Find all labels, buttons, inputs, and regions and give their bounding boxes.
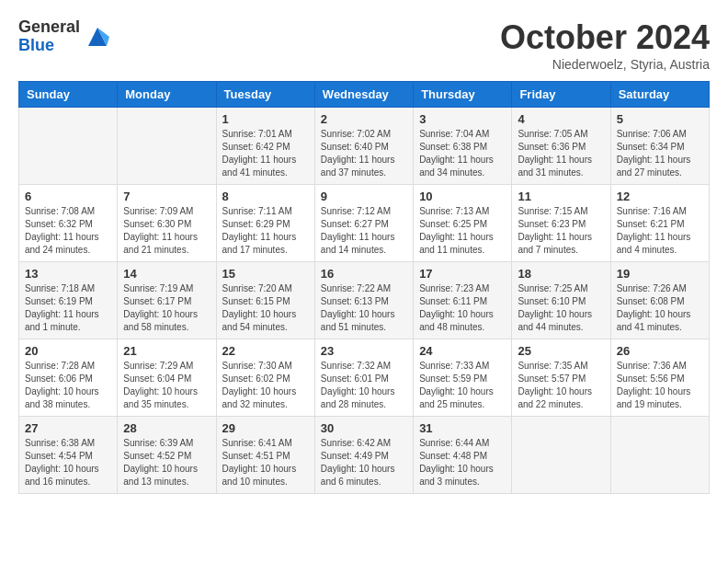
- header-saturday: Saturday: [610, 82, 709, 108]
- day-number: 6: [25, 190, 111, 203]
- day-number: 27: [25, 421, 111, 435]
- calendar-cell: 22Sunrise: 7:30 AM Sunset: 6:02 PM Dayli…: [216, 339, 314, 417]
- calendar-cell: 11Sunrise: 7:15 AM Sunset: 6:23 PM Dayli…: [512, 185, 610, 262]
- day-number: 9: [321, 190, 407, 203]
- calendar-week-row: 27Sunrise: 6:38 AM Sunset: 4:54 PM Dayli…: [19, 417, 710, 494]
- day-content: Sunrise: 7:29 AM Sunset: 6:04 PM Dayligh…: [123, 360, 210, 411]
- calendar-cell: 31Sunrise: 6:44 AM Sunset: 4:48 PM Dayli…: [414, 417, 512, 494]
- day-number: 16: [321, 267, 407, 281]
- day-number: 5: [617, 112, 703, 126]
- logo-icon: [84, 23, 111, 51]
- calendar-cell: 13Sunrise: 7:18 AM Sunset: 6:19 PM Dayli…: [19, 262, 118, 339]
- calendar-cell: [512, 417, 610, 494]
- header-thursday: Thursday: [414, 82, 512, 108]
- calendar-cell: [19, 108, 118, 185]
- day-content: Sunrise: 7:36 AM Sunset: 5:56 PM Dayligh…: [617, 360, 703, 411]
- calendar-cell: 10Sunrise: 7:13 AM Sunset: 6:25 PM Dayli…: [414, 185, 512, 262]
- day-content: Sunrise: 7:32 AM Sunset: 6:01 PM Dayligh…: [321, 360, 407, 411]
- day-number: 14: [123, 267, 210, 281]
- day-content: Sunrise: 6:44 AM Sunset: 4:48 PM Dayligh…: [419, 437, 506, 488]
- calendar-cell: 20Sunrise: 7:28 AM Sunset: 6:06 PM Dayli…: [19, 339, 118, 417]
- calendar-cell: 1Sunrise: 7:01 AM Sunset: 6:42 PM Daylig…: [216, 108, 314, 185]
- day-content: Sunrise: 7:25 AM Sunset: 6:10 PM Dayligh…: [518, 282, 604, 334]
- day-content: Sunrise: 7:04 AM Sunset: 6:38 PM Dayligh…: [419, 128, 506, 179]
- day-content: Sunrise: 6:39 AM Sunset: 4:52 PM Dayligh…: [123, 437, 210, 488]
- day-content: Sunrise: 7:26 AM Sunset: 6:08 PM Dayligh…: [617, 282, 703, 334]
- logo-general-text: General: [18, 18, 80, 37]
- calendar-cell: 15Sunrise: 7:20 AM Sunset: 6:15 PM Dayli…: [216, 262, 314, 339]
- calendar-cell: 8Sunrise: 7:11 AM Sunset: 6:29 PM Daylig…: [216, 185, 314, 262]
- day-content: Sunrise: 6:42 AM Sunset: 4:49 PM Dayligh…: [321, 437, 407, 488]
- calendar-cell: 23Sunrise: 7:32 AM Sunset: 6:01 PM Dayli…: [314, 339, 413, 417]
- day-number: 21: [123, 344, 210, 358]
- day-content: Sunrise: 7:20 AM Sunset: 6:15 PM Dayligh…: [222, 282, 309, 334]
- day-number: 15: [222, 267, 309, 281]
- day-number: 26: [617, 344, 703, 358]
- calendar-cell: 3Sunrise: 7:04 AM Sunset: 6:38 PM Daylig…: [414, 108, 512, 185]
- calendar-cell: 5Sunrise: 7:06 AM Sunset: 6:34 PM Daylig…: [610, 108, 709, 185]
- day-number: 25: [518, 344, 604, 358]
- calendar-table: SundayMondayTuesdayWednesdayThursdayFrid…: [18, 81, 710, 494]
- calendar-cell: 26Sunrise: 7:36 AM Sunset: 5:56 PM Dayli…: [610, 339, 709, 417]
- day-content: Sunrise: 7:12 AM Sunset: 6:27 PM Dayligh…: [321, 205, 407, 257]
- calendar-cell: [610, 417, 709, 494]
- day-content: Sunrise: 7:05 AM Sunset: 6:36 PM Dayligh…: [518, 128, 604, 179]
- day-number: 4: [518, 112, 604, 126]
- day-number: 7: [123, 190, 210, 203]
- day-content: Sunrise: 7:22 AM Sunset: 6:13 PM Dayligh…: [321, 282, 407, 334]
- header-tuesday: Tuesday: [216, 82, 314, 108]
- day-content: Sunrise: 7:33 AM Sunset: 5:59 PM Dayligh…: [419, 360, 506, 411]
- day-content: Sunrise: 7:18 AM Sunset: 6:19 PM Dayligh…: [25, 282, 111, 334]
- calendar-cell: [118, 108, 216, 185]
- day-number: 19: [617, 267, 703, 281]
- day-number: 20: [25, 344, 111, 358]
- day-number: 18: [518, 267, 604, 281]
- calendar-cell: 21Sunrise: 7:29 AM Sunset: 6:04 PM Dayli…: [118, 339, 216, 417]
- day-content: Sunrise: 7:11 AM Sunset: 6:29 PM Dayligh…: [222, 205, 309, 257]
- calendar-cell: 30Sunrise: 6:42 AM Sunset: 4:49 PM Dayli…: [314, 417, 413, 494]
- day-number: 3: [419, 112, 506, 126]
- calendar-cell: 28Sunrise: 6:39 AM Sunset: 4:52 PM Dayli…: [118, 417, 216, 494]
- day-number: 28: [123, 421, 210, 435]
- calendar-cell: 17Sunrise: 7:23 AM Sunset: 6:11 PM Dayli…: [414, 262, 512, 339]
- calendar-cell: 24Sunrise: 7:33 AM Sunset: 5:59 PM Dayli…: [414, 339, 512, 417]
- calendar-cell: 18Sunrise: 7:25 AM Sunset: 6:10 PM Dayli…: [512, 262, 610, 339]
- title-section: October 2024 Niederwoelz, Styria, Austri…: [500, 18, 710, 72]
- logo-blue-text: Blue: [18, 37, 80, 55]
- day-content: Sunrise: 7:30 AM Sunset: 6:02 PM Dayligh…: [222, 360, 309, 411]
- calendar-cell: 29Sunrise: 6:41 AM Sunset: 4:51 PM Dayli…: [216, 417, 314, 494]
- header-wednesday: Wednesday: [314, 82, 413, 108]
- calendar-cell: 12Sunrise: 7:16 AM Sunset: 6:21 PM Dayli…: [610, 185, 709, 262]
- calendar-week-row: 6Sunrise: 7:08 AM Sunset: 6:32 PM Daylig…: [19, 185, 710, 262]
- header-friday: Friday: [512, 82, 610, 108]
- day-number: 2: [321, 112, 407, 126]
- calendar-cell: 7Sunrise: 7:09 AM Sunset: 6:30 PM Daylig…: [118, 185, 216, 262]
- calendar-week-row: 20Sunrise: 7:28 AM Sunset: 6:06 PM Dayli…: [19, 339, 710, 417]
- day-content: Sunrise: 7:08 AM Sunset: 6:32 PM Dayligh…: [25, 205, 111, 257]
- day-number: 23: [321, 344, 407, 358]
- day-content: Sunrise: 7:16 AM Sunset: 6:21 PM Dayligh…: [617, 205, 703, 257]
- calendar-cell: 2Sunrise: 7:02 AM Sunset: 6:40 PM Daylig…: [314, 108, 413, 185]
- header-monday: Monday: [118, 82, 216, 108]
- day-content: Sunrise: 7:09 AM Sunset: 6:30 PM Dayligh…: [123, 205, 210, 257]
- day-number: 10: [419, 190, 506, 203]
- calendar-week-row: 1Sunrise: 7:01 AM Sunset: 6:42 PM Daylig…: [19, 108, 710, 185]
- location-subtitle: Niederwoelz, Styria, Austria: [500, 57, 710, 72]
- calendar-cell: 19Sunrise: 7:26 AM Sunset: 6:08 PM Dayli…: [610, 262, 709, 339]
- calendar-cell: 25Sunrise: 7:35 AM Sunset: 5:57 PM Dayli…: [512, 339, 610, 417]
- day-number: 30: [321, 421, 407, 435]
- day-content: Sunrise: 6:38 AM Sunset: 4:54 PM Dayligh…: [25, 437, 111, 488]
- calendar-header-row: SundayMondayTuesdayWednesdayThursdayFrid…: [19, 82, 710, 108]
- day-number: 12: [617, 190, 703, 203]
- day-number: 22: [222, 344, 309, 358]
- calendar-cell: 16Sunrise: 7:22 AM Sunset: 6:13 PM Dayli…: [314, 262, 413, 339]
- day-number: 11: [518, 190, 604, 203]
- calendar-cell: 4Sunrise: 7:05 AM Sunset: 6:36 PM Daylig…: [512, 108, 610, 185]
- day-number: 24: [419, 344, 506, 358]
- day-content: Sunrise: 7:28 AM Sunset: 6:06 PM Dayligh…: [25, 360, 111, 411]
- day-number: 1: [222, 112, 309, 126]
- logo: General Blue: [18, 18, 111, 55]
- calendar-cell: 14Sunrise: 7:19 AM Sunset: 6:17 PM Dayli…: [118, 262, 216, 339]
- day-content: Sunrise: 7:35 AM Sunset: 5:57 PM Dayligh…: [518, 360, 604, 411]
- calendar-cell: 6Sunrise: 7:08 AM Sunset: 6:32 PM Daylig…: [19, 185, 118, 262]
